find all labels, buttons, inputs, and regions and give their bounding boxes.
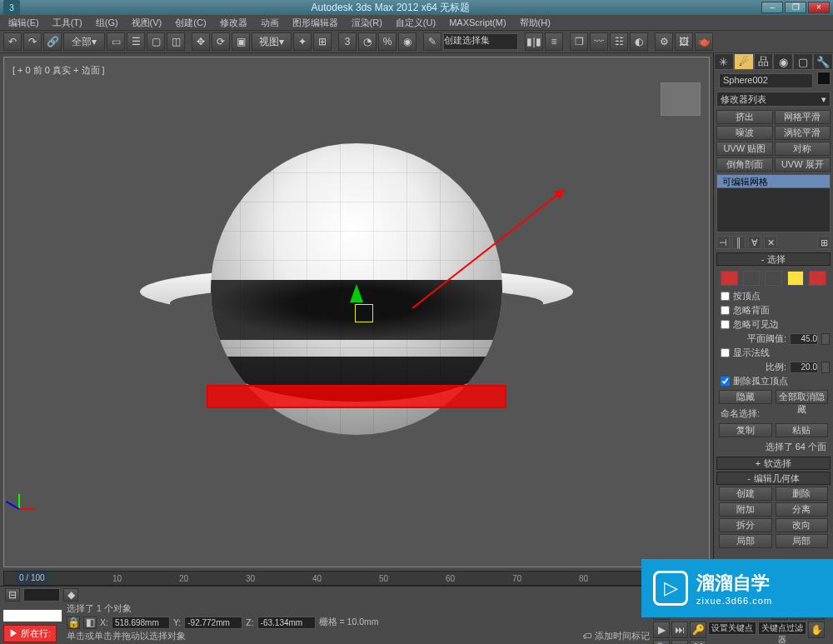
viewport-label[interactable]: [ + 0 前 0 真实 + 边面 ] [12,64,105,77]
link-button[interactable]: 🔗 [43,32,62,51]
turn-button[interactable]: 改向 [776,518,829,532]
show-normals-check[interactable] [721,348,730,357]
mod-noise[interactable]: 噪波 [716,126,773,140]
by-vertex-check[interactable] [721,292,730,301]
nav-max-button[interactable]: ⛶ [690,640,706,644]
ignore-vis-check[interactable] [721,320,730,329]
rollout-softsel[interactable]: 软选择 [716,457,831,470]
setkey-button[interactable]: 设置关键点 [708,622,756,635]
trackbar-toggle[interactable]: ⊟ [5,588,20,602]
tab-hierarchy[interactable]: 品 [754,53,774,70]
stack-editable-mesh[interactable]: 可编辑网格 [717,175,830,188]
goto-end-button[interactable]: ⏭ [671,622,688,638]
angle-snap-button[interactable]: ◔ [358,32,377,51]
menu-modifiers[interactable]: 修改器 [215,16,252,30]
script-input[interactable] [3,610,62,622]
so-poly[interactable] [787,271,805,286]
so-edge[interactable] [743,271,761,286]
attach-button[interactable]: 附加 [719,502,772,517]
menu-edit[interactable]: 编辑(E) [3,16,44,30]
rendered-frame-button[interactable]: 🖼 [675,32,693,51]
mod-extrude[interactable]: 挤出 [716,110,773,124]
viewcube-icon[interactable] [661,82,701,116]
schematic-button[interactable]: ☷ [610,32,628,51]
delete-iso-check[interactable] [721,377,730,386]
remove-mod-button[interactable]: ✕ [764,236,777,249]
tab-modify[interactable]: ☄ [734,53,754,70]
hide-button[interactable]: 隐藏 [719,390,772,404]
tab-motion[interactable]: ◉ [773,53,793,70]
copy-sel-button[interactable]: 复制 [719,423,772,437]
window-crossing-button[interactable]: ◫ [167,32,185,51]
so-element[interactable] [809,271,826,286]
menu-animation[interactable]: 动画 [256,16,284,30]
rollout-editgeo[interactable]: 编辑几何体 [716,472,831,485]
mod-meshsmooth[interactable]: 网格平滑 [775,110,831,124]
time-slider[interactable]: 0 / 100 1020 3040 5060 7080 90 [3,571,710,586]
redo-button[interactable]: ↷ [23,32,42,51]
curve-editor-button[interactable]: 〰 [590,32,608,51]
menu-help[interactable]: 帮助(H) [515,16,556,30]
tab-display[interactable]: ▢ [793,53,813,70]
modifier-list-dropdown[interactable]: 修改器列表▾ [716,92,831,107]
layer-button[interactable]: ❐ [570,32,588,51]
nav-pan-button[interactable]: ✋ [808,622,825,638]
coord-z-input[interactable] [257,617,316,629]
object-color-swatch[interactable] [817,72,831,85]
transform-gizmo-icon[interactable] [350,284,363,302]
refcoord-dropdown[interactable]: 视图▾ [252,32,292,51]
mirror-button[interactable]: ▮|▮ [525,32,543,51]
material-editor-button[interactable]: ◐ [630,32,648,51]
mod-turbosmooth[interactable]: 涡轮平滑 [775,126,831,140]
menu-group[interactable]: 组(G) [91,16,123,30]
percent-snap-button[interactable]: % [378,32,397,51]
nav-zoom-button[interactable]: 🔍 [653,640,670,644]
keyfilter-button[interactable]: 关键点过滤器 [758,622,806,635]
viewport-front[interactable]: [ + 0 前 0 真实 + 边面 ] [3,57,710,567]
pivot-button[interactable]: ✦ [293,32,312,51]
scale-spinner[interactable] [821,362,830,373]
mod-uvwmap[interactable]: UVW 贴图 [716,142,773,156]
close-button[interactable]: × [808,2,830,13]
rotate-button[interactable]: ⟳ [212,32,230,51]
planar-threshold-input[interactable] [790,333,818,345]
modifier-stack[interactable]: 可编辑网格 [716,174,831,232]
coord-x-input[interactable] [112,617,170,629]
part2-button[interactable]: 局部 [776,534,829,548]
tab-utilities[interactable]: 🔧 [813,53,833,70]
minimize-button[interactable]: – [761,2,783,13]
next-frame-button[interactable]: ▶ [653,622,670,638]
edit-named-sel-button[interactable]: ✎ [423,32,441,51]
paste-sel-button[interactable]: 粘贴 [776,423,829,437]
so-vertex[interactable] [721,271,738,286]
object-name-field[interactable]: Sphere002 [719,73,813,88]
mod-bevelprofile[interactable]: 倒角剖面 [716,157,773,172]
trackbar-key[interactable]: ◆ [63,588,78,602]
rollout-selection[interactable]: 选择 [716,252,831,266]
normal-scale-input[interactable] [790,362,818,373]
render-setup-button[interactable]: ⚙ [655,32,673,51]
coord-mode-button[interactable]: ◧ [83,617,97,629]
menu-views[interactable]: 视图(V) [127,16,167,30]
spinner-snap-button[interactable]: ◉ [398,32,416,51]
maximize-button[interactable]: ❐ [785,2,806,13]
selection-filter[interactable]: 全部▾ [63,32,105,51]
menu-rendering[interactable]: 渲染(R) [347,16,387,30]
planar-spinner[interactable] [821,333,830,345]
undo-button[interactable]: ↶ [3,32,22,51]
region-button[interactable]: ▢ [147,32,165,51]
move-button[interactable]: ✥ [192,32,210,51]
configure-sets-button[interactable]: ⊞ [817,236,831,249]
split-button[interactable]: 拆分 [719,518,772,532]
render-button[interactable]: 🫖 [695,32,713,51]
menu-customize[interactable]: 自定义(U) [391,16,441,30]
detach-button[interactable]: 分离 [776,502,829,517]
menu-create[interactable]: 创建(C) [170,16,211,30]
select-button[interactable]: ▭ [107,32,125,51]
unique-button[interactable]: ∀ [748,236,761,249]
menu-maxscript[interactable]: MAXScript(M) [444,17,511,28]
align-button[interactable]: ≡ [545,32,563,51]
create-button[interactable]: 创建 [719,487,772,501]
ignore-back-check[interactable] [721,306,730,315]
set-key-button[interactable]: 🔑 [690,622,706,638]
